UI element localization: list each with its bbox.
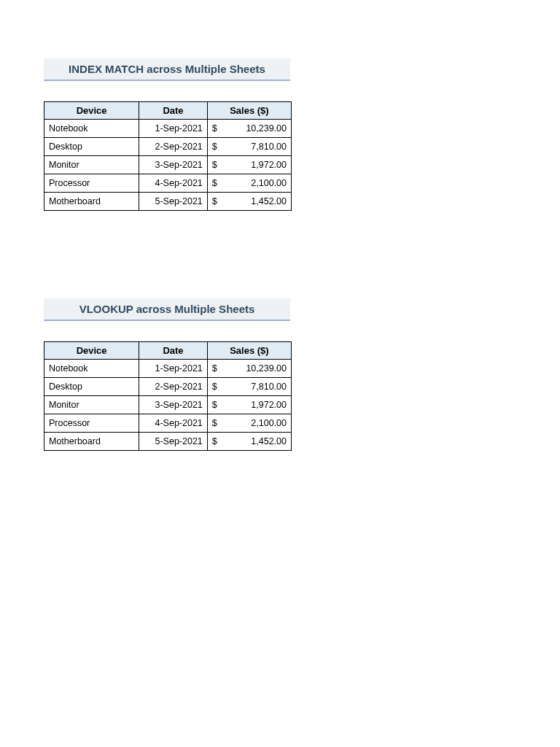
- cell-device: Monitor: [44, 396, 139, 414]
- cell-device: Processor: [44, 174, 139, 193]
- cell-device: Processor: [44, 414, 139, 433]
- sales-amount: 2,100.00: [212, 418, 287, 428]
- cell-date: 1-Sep-2021: [139, 120, 208, 138]
- currency-symbol: $: [212, 436, 217, 446]
- header-sales: Sales ($): [207, 102, 291, 120]
- header-date: Date: [139, 102, 208, 120]
- table-header-row: Device Date Sales ($): [44, 342, 292, 360]
- sales-amount: 1,972.00: [212, 160, 287, 170]
- data-table: Device Date Sales ($) Notebook 1-Sep-202…: [44, 101, 292, 211]
- table-row: Processor 4-Sep-2021 $2,100.00: [44, 174, 292, 193]
- cell-sales: $2,100.00: [207, 414, 291, 433]
- table-row: Desktop 2-Sep-2021 $7,810.00: [44, 138, 292, 156]
- currency-symbol: $: [212, 123, 217, 133]
- sales-amount: 1,452.00: [212, 436, 287, 446]
- document-page: INDEX MATCH across Multiple Sheets Devic…: [0, 0, 560, 582]
- sales-amount: 10,239.00: [212, 363, 287, 374]
- currency-symbol: $: [212, 400, 217, 410]
- table-row: Notebook 1-Sep-2021 $10,239.00: [44, 360, 292, 378]
- cell-device: Desktop: [44, 138, 139, 156]
- header-device: Device: [44, 102, 139, 120]
- cell-date: 5-Sep-2021: [139, 433, 208, 451]
- table-row: Notebook 1-Sep-2021 $10,239.00: [44, 120, 292, 138]
- currency-symbol: $: [212, 382, 217, 392]
- cell-sales: $1,452.00: [207, 193, 291, 211]
- table-row: Monitor 3-Sep-2021 $1,972.00: [44, 156, 292, 174]
- currency-symbol: $: [212, 178, 217, 188]
- sales-amount: 1,452.00: [212, 196, 287, 206]
- currency-symbol: $: [212, 418, 217, 428]
- cell-device: Motherboard: [44, 433, 139, 451]
- currency-symbol: $: [212, 142, 217, 152]
- section-vlookup: VLOOKUP across Multiple Sheets Device Da…: [44, 298, 516, 451]
- cell-date: 4-Sep-2021: [139, 174, 208, 193]
- cell-sales: $7,810.00: [207, 138, 291, 156]
- cell-date: 4-Sep-2021: [139, 414, 208, 433]
- sales-amount: 2,100.00: [212, 178, 287, 188]
- cell-sales: $1,972.00: [207, 396, 291, 414]
- header-device: Device: [44, 342, 139, 360]
- cell-device: Desktop: [44, 378, 139, 396]
- table-row: Motherboard 5-Sep-2021 $1,452.00: [44, 193, 292, 211]
- table-header-row: Device Date Sales ($): [44, 102, 292, 120]
- cell-device: Motherboard: [44, 193, 139, 211]
- cell-sales: $1,972.00: [207, 156, 291, 174]
- cell-date: 2-Sep-2021: [139, 138, 208, 156]
- cell-device: Monitor: [44, 156, 139, 174]
- sales-amount: 7,810.00: [212, 382, 287, 392]
- cell-date: 5-Sep-2021: [139, 193, 208, 211]
- section-title: INDEX MATCH across Multiple Sheets: [44, 58, 290, 81]
- section-title: VLOOKUP across Multiple Sheets: [44, 298, 290, 321]
- currency-symbol: $: [212, 160, 217, 170]
- sales-amount: 10,239.00: [212, 123, 287, 133]
- sales-amount: 1,972.00: [212, 400, 287, 410]
- cell-device: Notebook: [44, 120, 139, 138]
- table-row: Processor 4-Sep-2021 $2,100.00: [44, 414, 292, 433]
- currency-symbol: $: [212, 196, 217, 206]
- cell-sales: $10,239.00: [207, 120, 291, 138]
- cell-sales: $2,100.00: [207, 174, 291, 193]
- cell-sales: $1,452.00: [207, 433, 291, 451]
- cell-date: 2-Sep-2021: [139, 378, 208, 396]
- data-table: Device Date Sales ($) Notebook 1-Sep-202…: [44, 341, 292, 451]
- cell-sales: $10,239.00: [207, 360, 291, 378]
- table-row: Monitor 3-Sep-2021 $1,972.00: [44, 396, 292, 414]
- table-row: Motherboard 5-Sep-2021 $1,452.00: [44, 433, 292, 451]
- table-row: Desktop 2-Sep-2021 $7,810.00: [44, 378, 292, 396]
- section-index-match: INDEX MATCH across Multiple Sheets Devic…: [44, 58, 516, 211]
- cell-date: 3-Sep-2021: [139, 156, 208, 174]
- cell-sales: $7,810.00: [207, 378, 291, 396]
- header-sales: Sales ($): [207, 342, 291, 360]
- cell-date: 3-Sep-2021: [139, 396, 208, 414]
- cell-device: Notebook: [44, 360, 139, 378]
- header-date: Date: [139, 342, 208, 360]
- currency-symbol: $: [212, 363, 217, 374]
- sales-amount: 7,810.00: [212, 142, 287, 152]
- cell-date: 1-Sep-2021: [139, 360, 208, 378]
